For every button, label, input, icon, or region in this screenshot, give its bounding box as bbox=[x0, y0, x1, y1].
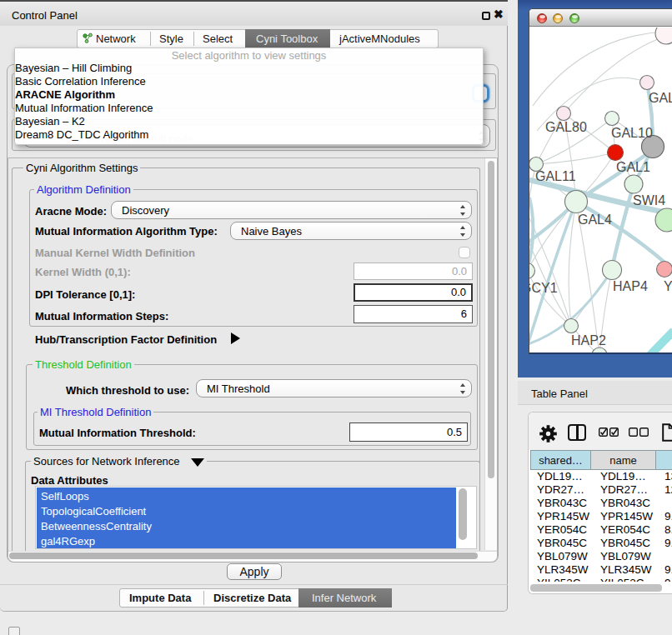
svg-text:GAL11: GAL11 bbox=[535, 169, 576, 183]
svg-text:GAL1: GAL1 bbox=[616, 160, 650, 174]
svg-text:GAL4: GAL4 bbox=[578, 212, 612, 227]
svg-text:HAP2: HAP2 bbox=[571, 333, 606, 348]
svg-text:HAP4: HAP4 bbox=[613, 279, 648, 293]
svg-text:Y: Y bbox=[664, 279, 672, 293]
svg-text:GAL80: GAL80 bbox=[545, 120, 587, 134]
svg-text:SWI4: SWI4 bbox=[633, 193, 665, 208]
svg-text:GAL10: GAL10 bbox=[611, 126, 653, 140]
svg-text:GCY1: GCY1 bbox=[529, 281, 558, 295]
svg-text:GAL: GAL bbox=[649, 91, 672, 105]
